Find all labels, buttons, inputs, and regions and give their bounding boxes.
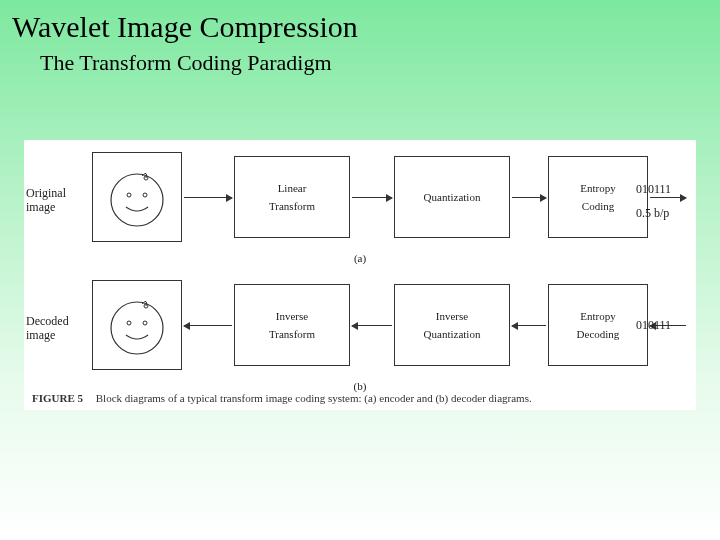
arrow-icon xyxy=(352,197,392,198)
row-tag-b: (b) xyxy=(24,380,696,392)
original-image-label: Original image xyxy=(26,186,82,215)
box-label: Entropy xyxy=(580,310,615,322)
bitstream-text: 010111 xyxy=(636,182,692,196)
svg-point-2 xyxy=(143,193,147,197)
box-label: Inverse xyxy=(276,310,308,322)
entropy-decoding-box: Entropy Decoding xyxy=(548,284,648,366)
figure-caption-text: Block diagrams of a typical transform im… xyxy=(96,392,532,404)
box-label: Decoding xyxy=(577,328,620,340)
smiley-icon xyxy=(102,162,172,232)
arrow-icon xyxy=(352,325,392,326)
page-subtitle: The Transform Coding Paradigm xyxy=(0,44,720,76)
arrow-icon xyxy=(512,197,546,198)
quantization-box: Quantization xyxy=(394,156,510,238)
box-label: Inverse xyxy=(436,310,468,322)
arrow-icon xyxy=(512,325,546,326)
smiley-icon xyxy=(102,290,172,360)
svg-point-0 xyxy=(111,174,163,226)
svg-point-6 xyxy=(143,321,147,325)
arrow-icon xyxy=(184,197,232,198)
figure-panel: Original image Linear Transform Quantiza… xyxy=(24,140,696,410)
figure-number: FIGURE 5 xyxy=(32,392,83,404)
inverse-transform-box: Inverse Transform xyxy=(234,284,350,366)
original-image-box xyxy=(92,152,182,242)
row-tag-a: (a) xyxy=(24,252,696,264)
box-label: Linear xyxy=(278,182,307,194)
decoded-image-box xyxy=(92,280,182,370)
box-label: Entropy xyxy=(580,182,615,194)
decoded-image-label: Decoded image xyxy=(26,314,82,343)
entropy-coding-box: Entropy Coding xyxy=(548,156,648,238)
arrow-icon xyxy=(184,325,232,326)
decoder-row: Decoded image Inverse Transform Inverse … xyxy=(24,280,696,376)
box-label: Transform xyxy=(269,328,315,340)
box-label: Quantization xyxy=(424,328,481,340)
figure-caption: FIGURE 5 Block diagrams of a typical tra… xyxy=(32,392,532,404)
inverse-quantization-box: Inverse Quantization xyxy=(394,284,510,366)
bitrate-text: 0.5 b/p xyxy=(636,206,692,220)
output-bits-label: 010111 0.5 b/p xyxy=(636,182,692,221)
linear-transform-box: Linear Transform xyxy=(234,156,350,238)
svg-point-4 xyxy=(111,302,163,354)
box-label: Coding xyxy=(582,200,614,212)
svg-point-5 xyxy=(127,321,131,325)
svg-point-1 xyxy=(127,193,131,197)
bitstream-text: 010111 xyxy=(636,318,692,332)
input-bits-label: 010111 xyxy=(636,318,692,332)
encoder-row: Original image Linear Transform Quantiza… xyxy=(24,152,696,248)
page-title: Wavelet Image Compression xyxy=(0,0,720,44)
box-label: Quantization xyxy=(424,191,481,203)
box-label: Transform xyxy=(269,200,315,212)
